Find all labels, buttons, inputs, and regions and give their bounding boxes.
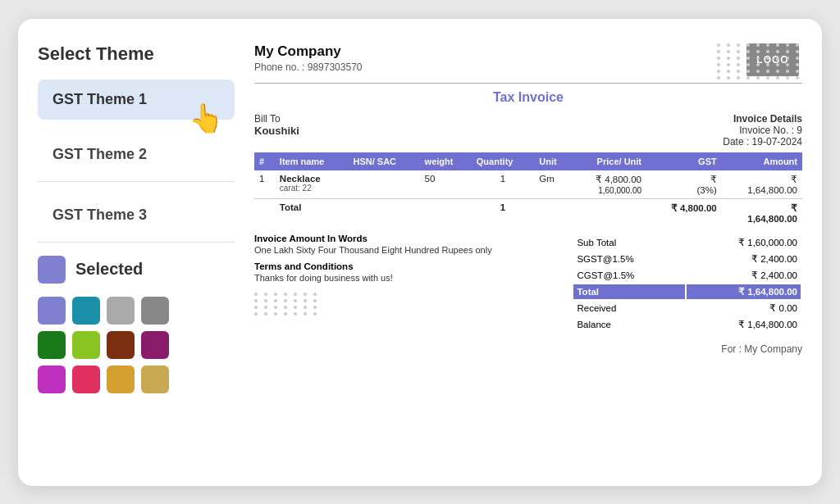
dot bbox=[294, 306, 297, 309]
selected-color-swatch[interactable] bbox=[38, 256, 66, 284]
dot bbox=[796, 50, 799, 53]
dots-top-right bbox=[717, 43, 802, 79]
color-swatch-4[interactable] bbox=[38, 331, 66, 359]
color-swatch-7[interactable] bbox=[141, 331, 169, 359]
dot bbox=[756, 57, 760, 60]
dot bbox=[766, 50, 769, 53]
summary-row-4: Received₹ 0.00 bbox=[573, 301, 801, 316]
invoice-details-section: Invoice Details Invoice No. : 9 Date : 1… bbox=[723, 113, 802, 148]
color-swatch-9[interactable] bbox=[72, 366, 100, 393]
color-swatch-11[interactable] bbox=[141, 366, 169, 393]
dot bbox=[776, 57, 779, 60]
terms-text: Thanks for doing business with us! bbox=[254, 273, 555, 283]
dot bbox=[776, 70, 779, 73]
dot bbox=[727, 63, 730, 66]
dot bbox=[294, 299, 297, 302]
color-swatch-3[interactable] bbox=[141, 297, 169, 325]
col-weight: weight bbox=[420, 152, 472, 170]
cell-quantity: 1 bbox=[472, 170, 534, 199]
dot bbox=[776, 63, 779, 66]
dot bbox=[766, 57, 769, 60]
total-quantity: 1 bbox=[472, 198, 534, 227]
dot bbox=[746, 50, 750, 53]
dot bbox=[737, 76, 740, 79]
amount-words-label: Invoice Amount In Words bbox=[254, 234, 555, 243]
dot bbox=[284, 306, 287, 309]
dot bbox=[264, 306, 267, 309]
dot bbox=[717, 43, 720, 47]
cell-price: ₹ 4,800.001,60,000.00 bbox=[571, 170, 646, 199]
company-phone: Phone no. : 9897303570 bbox=[254, 61, 362, 73]
summary-label-0: Sub Total bbox=[573, 235, 684, 250]
dot bbox=[274, 293, 277, 296]
dot bbox=[727, 43, 730, 47]
dot bbox=[786, 43, 789, 47]
dot bbox=[264, 312, 267, 316]
dots-bottom-left bbox=[254, 293, 555, 316]
color-swatch-6[interactable] bbox=[107, 331, 135, 359]
dot bbox=[746, 76, 750, 79]
color-swatch-5[interactable] bbox=[72, 331, 100, 359]
dot bbox=[727, 70, 730, 73]
color-swatch-2[interactable] bbox=[107, 297, 135, 325]
dot bbox=[717, 57, 720, 60]
col-sr: # bbox=[254, 152, 275, 170]
dot bbox=[313, 306, 317, 309]
col-amount: Amount bbox=[722, 152, 802, 170]
dot bbox=[796, 70, 799, 73]
dot bbox=[786, 76, 789, 79]
dot bbox=[776, 50, 779, 53]
terms-label: Terms and Conditions bbox=[254, 261, 555, 271]
cell-sr: 1 bbox=[254, 170, 275, 199]
dot bbox=[756, 43, 760, 47]
dot bbox=[274, 299, 277, 302]
dot bbox=[766, 70, 769, 73]
dot bbox=[746, 43, 750, 47]
dot bbox=[313, 312, 317, 316]
right-panel: My Company Phone no. : 9897303570 LOGO T… bbox=[254, 43, 802, 466]
dot bbox=[737, 43, 740, 47]
theme-item-1[interactable]: GST Theme 1 bbox=[38, 79, 235, 120]
for-company: For : My Company bbox=[572, 343, 802, 355]
theme-item-2[interactable]: GST Theme 2 bbox=[38, 134, 235, 175]
total-empty-4 bbox=[534, 198, 571, 227]
dot bbox=[717, 63, 720, 66]
summary-label-2: CGST@1.5% bbox=[573, 268, 684, 283]
total-label: Total bbox=[275, 198, 349, 227]
dot bbox=[786, 50, 789, 53]
dot bbox=[756, 76, 760, 79]
dot bbox=[756, 70, 760, 73]
dot bbox=[766, 43, 769, 47]
summary-left: Invoice Amount In Words One Lakh Sixty F… bbox=[254, 234, 555, 355]
total-empty-3 bbox=[420, 198, 472, 227]
color-swatch-1[interactable] bbox=[72, 297, 100, 325]
dot bbox=[766, 63, 769, 66]
dot bbox=[737, 50, 740, 53]
col-price: Price/ Unit bbox=[571, 152, 646, 170]
color-swatch-8[interactable] bbox=[38, 366, 66, 393]
tax-invoice-title: Tax Invoice bbox=[254, 90, 802, 105]
dot bbox=[727, 57, 730, 60]
theme-divider bbox=[38, 181, 235, 182]
table-total-row: Total 1 ₹ 4,800.00 ₹1,64,800.00 bbox=[254, 198, 802, 227]
dot bbox=[746, 57, 750, 60]
color-swatch-10[interactable] bbox=[107, 366, 135, 393]
company-info: My Company Phone no. : 9897303570 bbox=[254, 43, 362, 73]
dot bbox=[756, 63, 760, 66]
invoice-table: # Item name HSN/ SAC weight Quantity Uni… bbox=[254, 152, 802, 227]
dot bbox=[264, 299, 267, 302]
summary-value-5: ₹ 1,64,800.00 bbox=[687, 317, 801, 332]
dot bbox=[737, 63, 740, 66]
theme-item-3[interactable]: GST Theme 3 bbox=[38, 195, 235, 235]
color-swatch-0[interactable] bbox=[38, 297, 66, 325]
phone-number: 9897303570 bbox=[308, 61, 363, 73]
invoice-no-value: 9 bbox=[797, 125, 802, 136]
selected-label-row: Selected bbox=[38, 256, 235, 284]
selected-label: Selected bbox=[75, 260, 143, 279]
summary-label-4: Received bbox=[573, 301, 684, 316]
table-row: 1 Necklace carat: 22 50 1 Gm ₹ 4,800.001… bbox=[254, 170, 802, 199]
dot bbox=[717, 50, 720, 53]
total-amount: ₹1,64,800.00 bbox=[722, 198, 802, 227]
summary-right: Sub Total₹ 1,60,000.00SGST@1.5%₹ 2,400.0… bbox=[572, 234, 802, 355]
amount-words-text: One Lakh Sixty Four Thousand Eight Hundr… bbox=[254, 245, 555, 255]
